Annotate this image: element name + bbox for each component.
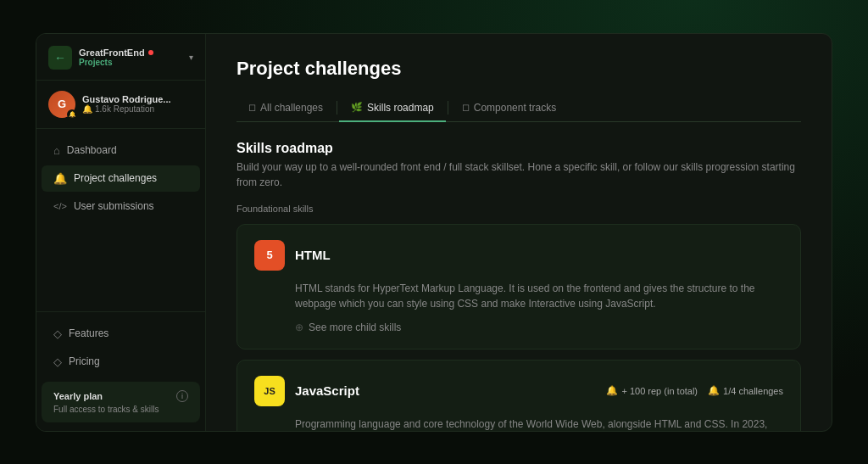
sidebar: ← GreatFrontEnd Projects ▾ G 🔔 [36, 34, 206, 431]
skill-title-javascript: JavaScript [295, 383, 596, 398]
javascript-skill-name: JavaScript [295, 383, 596, 398]
roadmap-description: Build your way up to a well-rounded fron… [236, 159, 801, 190]
tab-divider-1 [337, 101, 337, 115]
logo-icon: ← [48, 46, 72, 70]
main-content: Project challenges ◻ All challenges 🌿 Sk… [206, 34, 832, 431]
javascript-meta: 🔔 + 100 rep (in total) 🔔 1/4 challenges [606, 385, 783, 396]
tabs-bar: ◻ All challenges 🌿 Skills roadmap ◻ Comp… [236, 95, 801, 122]
brand-sub: Projects [79, 58, 182, 67]
dashboard-icon: ⌂ [53, 144, 60, 157]
user-reputation: 🔔 1.6k Reputation [82, 104, 193, 114]
user-name: Gustavo Rodrigue... [82, 94, 193, 104]
javascript-skill-description: Programming language and core technology… [254, 416, 783, 431]
features-icon: ◇ [53, 327, 62, 340]
sidebar-nav: ⌂ Dashboard 🔔 Project challenges </> Use… [36, 129, 205, 311]
javascript-rep: 🔔 + 100 rep (in total) [606, 385, 698, 396]
page-title: Project challenges [236, 58, 801, 80]
brand-dot [148, 50, 153, 55]
project-challenges-icon: 🔔 [53, 172, 67, 185]
tab-divider-2 [448, 101, 448, 115]
sidebar-item-features[interactable]: ◇ Features [42, 321, 200, 347]
logo-text: GreatFrontEnd Projects [79, 48, 182, 67]
yearly-plan-subtitle: Full access to tracks & skills [53, 405, 188, 414]
sidebar-bottom: ◇ Features ◇ Pricing Yearly plan i Full … [36, 311, 205, 431]
yearly-plan-header: Yearly plan i [53, 390, 188, 402]
user-profile: G 🔔 Gustavo Rodrigue... 🔔 1.6k Reputatio… [36, 81, 205, 129]
skill-card-html: 5 HTML HTML stands for HyperText Markup … [236, 224, 801, 349]
avatar: G 🔔 [48, 91, 75, 118]
sidebar-item-dashboard[interactable]: ⌂ Dashboard [42, 137, 200, 164]
app-container: ← GreatFrontEnd Projects ▾ G 🔔 [36, 33, 832, 432]
chevron-down-icon: ▾ [189, 53, 193, 62]
js-logo: JS [254, 376, 285, 406]
user-info: Gustavo Rodrigue... 🔔 1.6k Reputation [82, 94, 193, 114]
foundational-skills-label: Foundational skills [236, 204, 801, 214]
yearly-plan-title: Yearly plan [53, 391, 103, 401]
html-logo: 5 [254, 240, 285, 271]
yearly-plan[interactable]: Yearly plan i Full access to tracks & sk… [42, 382, 200, 422]
html-skill-description: HTML stands for HyperText Markup Languag… [254, 281, 783, 311]
tab-component-tracks[interactable]: ◻ Component tracks [450, 95, 568, 122]
sidebar-item-pricing[interactable]: ◇ Pricing [42, 349, 200, 375]
avatar-badge: 🔔 [67, 109, 77, 120]
component-tracks-tab-icon: ◻ [462, 102, 470, 113]
app-background: ← GreatFrontEnd Projects ▾ G 🔔 [0, 0, 868, 464]
skill-header-javascript: JS JavaScript 🔔 + 100 rep (in total) 🔔 1… [254, 376, 783, 406]
all-challenges-tab-icon: ◻ [248, 102, 256, 113]
sidebar-logo[interactable]: ← GreatFrontEnd Projects ▾ [36, 34, 205, 81]
skill-card-javascript: JS JavaScript 🔔 + 100 rep (in total) 🔔 1… [236, 360, 801, 431]
challenges-icon: 🔔 [708, 385, 720, 396]
sidebar-item-project-challenges[interactable]: 🔔 Project challenges [42, 165, 200, 192]
pricing-icon: ◇ [53, 355, 62, 368]
skills-roadmap-tab-icon: 🌿 [351, 102, 363, 113]
html-skill-name: HTML [295, 248, 783, 262]
tab-all-challenges[interactable]: ◻ All challenges [236, 95, 335, 122]
info-icon[interactable]: i [176, 390, 188, 402]
see-more-child-skills[interactable]: ⊕ See more child skills [254, 321, 783, 333]
brand-name: GreatFrontEnd [79, 48, 182, 58]
sidebar-item-user-submissions[interactable]: </> User submissions [42, 193, 200, 219]
skill-title-html: HTML [295, 248, 783, 262]
javascript-challenges: 🔔 1/4 challenges [708, 385, 783, 396]
tab-skills-roadmap[interactable]: 🌿 Skills roadmap [339, 95, 446, 122]
user-submissions-icon: </> [53, 201, 67, 211]
roadmap-title: Skills roadmap [236, 141, 801, 156]
skill-header-html: 5 HTML [254, 240, 783, 271]
rep-icon: 🔔 [606, 385, 618, 396]
see-more-icon: ⊕ [295, 321, 303, 333]
